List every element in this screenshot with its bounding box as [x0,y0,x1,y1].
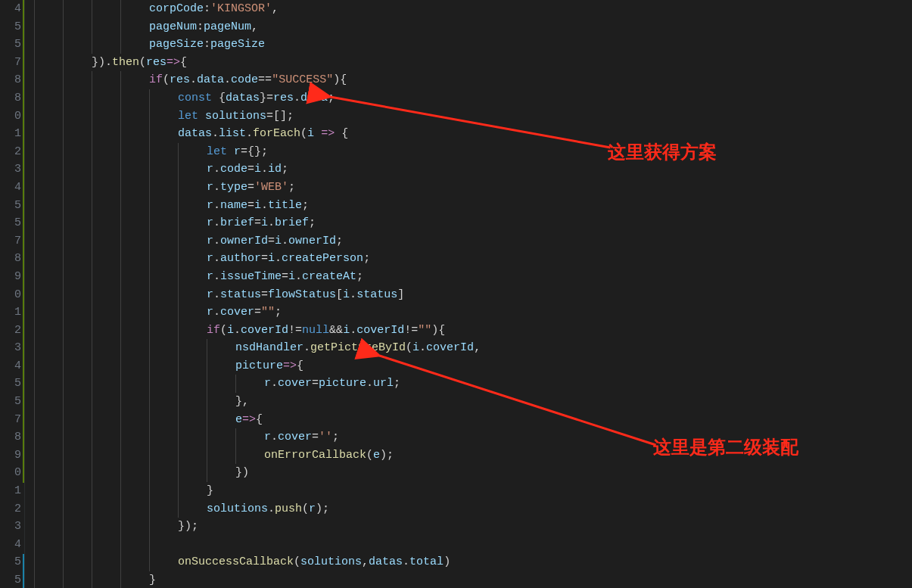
code-line[interactable]: r.name=i.title; [34,197,912,215]
code-line[interactable]: if(res.data.code=="SUCCESS"){ [34,71,912,89]
line-number: 7 [0,411,21,429]
line-number: 1 [0,125,21,143]
line-number: 3 [0,160,21,179]
line-number: 4 [0,179,21,197]
code-line[interactable]: r.brief=i.brief; [34,214,912,232]
code-line[interactable]: r.author=i.createPerson; [34,250,912,268]
code-line[interactable]: r.cover=''; [34,428,912,446]
line-number: 1 [0,482,21,500]
line-number: 8 [0,250,21,268]
code-line[interactable]: solutions.push(r); [34,500,912,518]
line-number: 5 [0,18,21,36]
line-number: 7 [0,54,21,72]
code-line[interactable]: } [34,571,912,588]
code-line[interactable]: r.cover=""; [34,303,912,322]
code-line[interactable]: let solutions=[]; [34,107,912,126]
code-line[interactable]: let r={}; [34,143,912,161]
line-number: 5 [0,36,21,54]
line-number: 2 [0,322,21,340]
line-number: 2 [0,143,21,161]
line-number: 8 [0,71,21,89]
line-number: 4 [0,357,21,375]
line-number: 4 [0,536,21,554]
code-line[interactable] [34,536,912,554]
code-line[interactable]: const {datas}=res.data; [34,89,912,107]
code-editor[interactable]: 4557880123455789012345578901234557 这里获得方… [0,0,912,588]
code-line[interactable]: r.status=flowStatus[i.status] [34,286,912,304]
code-line[interactable]: r.cover=picture.url; [34,375,912,393]
code-line[interactable]: r.issueTime=i.createAt; [34,268,912,286]
line-number: 8 [0,89,21,107]
code-line[interactable]: }).then(res=>{ [34,54,912,72]
line-number: 9 [0,268,21,286]
code-line[interactable]: e=>{ [34,411,912,429]
line-number: 5 [0,553,21,571]
line-number: 3 [0,339,21,357]
line-number: 7 [0,232,21,250]
line-number: 8 [0,428,21,446]
line-number: 5 [0,571,21,588]
line-number: 5 [0,197,21,215]
line-number: 0 [0,286,21,304]
line-number-gutter: 4557880123455789012345578901234557 [0,0,24,588]
code-line[interactable]: r.code=i.id; [34,160,912,179]
code-line[interactable]: onErrorCallback(e); [34,446,912,465]
code-line[interactable]: nsdHandler.getPictureById(i.coverId, [34,339,912,357]
line-number: 1 [0,303,21,322]
code-line[interactable]: }) [34,464,912,482]
line-number: 2 [0,500,21,518]
line-number: 5 [0,393,21,411]
line-number: 5 [0,375,21,393]
code-line[interactable]: } [34,482,912,500]
code-line[interactable]: pageNum:pageNum, [34,18,912,36]
code-line[interactable]: }, [34,393,912,411]
line-number: 9 [0,446,21,465]
code-line[interactable]: pageSize:pageSize [34,36,912,54]
line-number: 0 [0,107,21,126]
code-line[interactable]: onSuccessCallback(solutions,datas.total) [34,553,912,571]
code-line[interactable]: if(i.coverId!=null&&i.coverId!=""){ [34,322,912,340]
code-area[interactable]: 这里获得方案 这里是第二级装配 corpCode:'KINGSOR',pageN… [24,0,912,588]
code-line[interactable]: datas.list.forEach(i => { [34,125,912,143]
code-line[interactable]: corpCode:'KINGSOR', [34,0,912,18]
line-number: 3 [0,518,21,536]
code-line[interactable]: picture=>{ [34,357,912,375]
code-line[interactable]: r.type='WEB'; [34,179,912,197]
code-line[interactable]: }); [34,518,912,536]
line-number: 5 [0,214,21,232]
line-number: 0 [0,464,21,482]
line-number: 4 [0,0,21,18]
code-line[interactable]: r.ownerId=i.ownerId; [34,232,912,250]
